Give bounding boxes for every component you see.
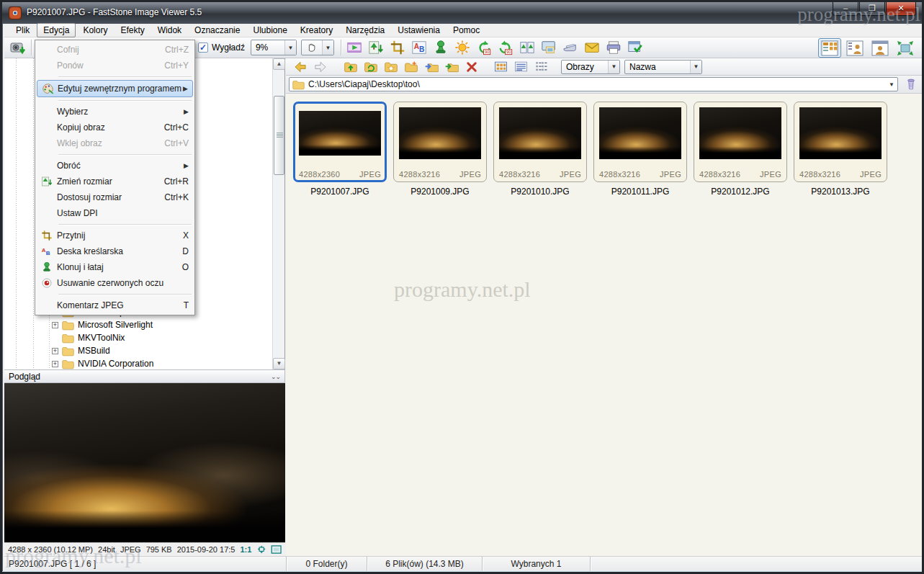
menu-item-zmien-rozmiar[interactable]: Zmień rozmiarCtrl+R	[37, 174, 193, 189]
file-thumbnail[interactable]: 4288x3216JPEG P9201013.JPG	[794, 102, 887, 197]
file-browser-area[interactable]: 4288x2360JPEG P9201007.JPG 4288x3216JPEG…	[286, 93, 924, 556]
tree-expander[interactable]: +	[52, 348, 58, 354]
menu-ustawienia[interactable]: Ustawienia	[392, 24, 446, 37]
wallpaper-button[interactable]	[538, 38, 560, 57]
menu-item-komentarz-jpeg[interactable]: Komentarz JPEGT	[37, 297, 193, 313]
preview-image[interactable]	[4, 383, 285, 542]
close-button[interactable]: ✕	[886, 2, 916, 16]
thumbnails-view-button[interactable]	[490, 59, 511, 75]
maximize-button[interactable]: ❐	[859, 2, 885, 16]
hand-tool-select[interactable]: ▼	[301, 40, 334, 55]
menu-pomoc[interactable]: Pomoc	[447, 24, 485, 37]
tree-item-label[interactable]: MSBuild	[78, 346, 110, 356]
slideshow-button[interactable]	[344, 38, 365, 57]
menu-item-edytuj-zewnetrznym[interactable]: Edytuj zewnętrznym programem▶	[37, 80, 193, 97]
menu-item-przytnij[interactable]: PrzytnijX	[37, 228, 193, 243]
forward-button[interactable]	[310, 59, 331, 75]
menu-widok[interactable]: Widok	[152, 24, 187, 37]
file-thumbnail[interactable]: 4288x2360JPEG P9201007.JPG	[293, 102, 387, 197]
zoom-select[interactable]: 9%▼	[251, 40, 297, 55]
menu-kreatory[interactable]: Kreatory	[295, 24, 338, 37]
print-button[interactable]	[603, 38, 624, 57]
minimize-button[interactable]: –	[833, 2, 858, 16]
file-filter-select[interactable]: Obrazy▼	[561, 60, 620, 74]
menu-item-cofnij[interactable]: CofnijCtrl+Z	[37, 42, 193, 58]
fullscreen-preview-icon[interactable]	[271, 544, 282, 555]
delete-button[interactable]	[462, 59, 482, 75]
folder-up-button[interactable]	[341, 59, 361, 75]
resize-button[interactable]	[365, 38, 387, 57]
address-field[interactable]: C:\Users\Ciapaj\Desktop\too\ ▼	[289, 77, 898, 91]
tree-expander[interactable]: +	[52, 322, 58, 328]
rotate-right-button[interactable]: 90	[495, 38, 516, 57]
refresh-folder-button[interactable]	[361, 59, 381, 75]
file-thumbnail[interactable]: 4288x3216JPEG P9201011.JPG	[593, 102, 687, 197]
menu-item-usuwanie-czerwonych-oczu[interactable]: Usuwanie czerwonych oczu	[37, 275, 193, 291]
title-bar[interactable]: P9201007.JPG - FastStone Image Viewer 5.…	[2, 2, 922, 24]
file-thumbnail[interactable]: 4288x3216JPEG P9201012.JPG	[694, 102, 787, 197]
menu-item-obroc[interactable]: Obróć▶	[37, 158, 193, 174]
file-name[interactable]: P9201010.JPG	[493, 187, 587, 197]
favorites-folder-button[interactable]	[381, 59, 401, 75]
full-view-button[interactable]	[869, 38, 892, 58]
menu-separator	[58, 224, 192, 225]
menu-item-wklej-obraz[interactable]: Wklej obrazCtrl+V	[37, 135, 193, 151]
menu-efekty[interactable]: Efekty	[115, 24, 150, 37]
browser-view-button[interactable]	[818, 38, 841, 58]
tree-scrollbar[interactable]: ▲ ▼	[272, 58, 284, 369]
file-name[interactable]: P9201007.JPG	[293, 187, 387, 197]
menu-item-ponow[interactable]: PonówCtrl+Y	[37, 58, 193, 73]
file-thumbnail[interactable]: 4288x3216JPEG P9201009.JPG	[393, 102, 487, 197]
scrollbar-thumb[interactable]	[274, 96, 284, 175]
file-name[interactable]: P9201011.JPG	[593, 187, 687, 197]
menu-item-ustaw-dpi[interactable]: Ustaw DPI	[37, 205, 193, 221]
new-folder-button[interactable]	[401, 59, 421, 75]
details-view-button[interactable]	[511, 59, 531, 75]
fullscreen-button[interactable]	[894, 38, 917, 58]
menu-kolory[interactable]: Kolory	[77, 24, 113, 37]
adjust-lighting-button[interactable]	[452, 38, 473, 57]
clone-stamp-button[interactable]	[430, 38, 452, 57]
scroll-up-icon[interactable]: ▲	[273, 58, 285, 70]
smooth-checkbox[interactable]: ✓	[198, 42, 208, 53]
tree-item-label[interactable]: Microsoft Silverlight	[78, 320, 153, 330]
menu-item-klonuj-i-lataj[interactable]: Klonuj i łatajO	[37, 259, 193, 275]
sort-select[interactable]: Nazwa▼	[624, 60, 702, 74]
menu-item-deska-kreslarska[interactable]: AB Deska kreślarskaD	[37, 243, 193, 259]
menu-oznaczanie[interactable]: Oznaczanie	[189, 24, 246, 37]
menu-narzedzia[interactable]: Narzędzia	[340, 24, 390, 37]
menu-plik[interactable]: Plik	[10, 24, 35, 37]
submenu-arrow-icon: ▶	[184, 162, 189, 169]
scroll-down-icon[interactable]: ▼	[273, 358, 285, 369]
back-button[interactable]	[290, 59, 310, 75]
copy-to-folder-button[interactable]	[421, 59, 441, 75]
recycle-bin-button[interactable]	[901, 76, 921, 92]
thumbnail-view-button[interactable]	[843, 38, 866, 58]
rotate-left-button[interactable]: 90	[473, 38, 495, 57]
email-button[interactable]	[581, 38, 603, 57]
file-name[interactable]: P9201009.JPG	[393, 187, 487, 197]
folder-up-icon	[344, 60, 358, 74]
tree-item-label[interactable]: NVIDIA Corporation	[78, 359, 153, 369]
menu-item-wybierz[interactable]: Wybierz▶	[37, 104, 193, 120]
file-thumbnail[interactable]: 4288x3216JPEG P9201010.JPG	[493, 102, 587, 197]
tree-expander[interactable]: +	[52, 361, 58, 367]
settings-button[interactable]	[624, 38, 646, 57]
crop-button[interactable]	[387, 38, 408, 57]
camera-download-button[interactable]	[7, 38, 29, 57]
menu-ulubione[interactable]: Ulubione	[247, 24, 292, 37]
file-name[interactable]: P9201012.JPG	[694, 187, 787, 197]
fit-window-icon[interactable]	[256, 544, 266, 555]
file-name[interactable]: P9201013.JPG	[794, 187, 887, 197]
list-view-button[interactable]	[531, 59, 551, 75]
draw-board-button[interactable]: AB	[408, 38, 430, 57]
scan-button[interactable]	[560, 38, 581, 57]
move-to-folder-button[interactable]	[441, 59, 462, 75]
compare-button[interactable]	[516, 38, 538, 57]
menu-item-kopiuj-obraz[interactable]: Kopiuj obrazCtrl+C	[37, 120, 193, 135]
menu-item-dostosuj-rozmiar[interactable]: Dostosuj rozmiarCtrl+K	[37, 189, 193, 205]
menu-edycja[interactable]: Edycja	[37, 23, 76, 37]
chevron-down-icon[interactable]: ▼	[886, 81, 897, 88]
collapse-chevron-icon[interactable]: ⌄⌄	[271, 373, 280, 380]
tree-item-label[interactable]: MKVToolNix	[78, 333, 125, 343]
